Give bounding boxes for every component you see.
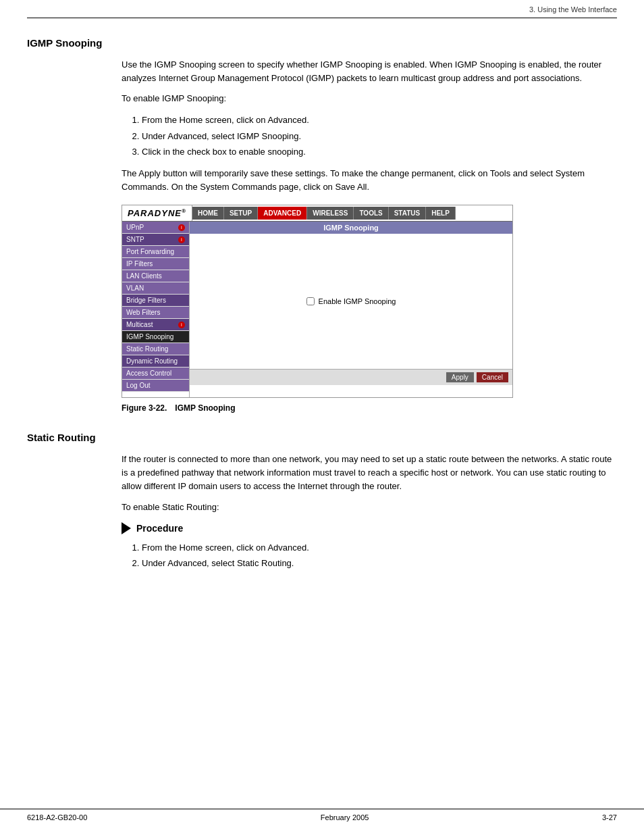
upnp-icon: i [178, 224, 185, 231]
nav-tools[interactable]: TOOLS [354, 207, 388, 220]
igmp-steps: From the Home screen, click on Advanced.… [135, 112, 617, 159]
router-navbar: PARADYNE® HOME SETUP ADVANCED WIRELESS T… [122, 205, 512, 222]
sidebar-static-routing[interactable]: Static Routing [122, 343, 189, 355]
figure-caption-label: Figure 3-22. IGMP Snooping [122, 403, 235, 413]
sidebar-bridge-filters-label: Bridge Filters [126, 297, 166, 304]
igmp-checkbox[interactable] [306, 297, 315, 305]
sidebar-dynamic-routing-label: Dynamic Routing [126, 357, 178, 365]
sidebar-upnp[interactable]: UPnP i [122, 222, 189, 234]
igmp-checkbox-label[interactable]: Enable IGMP Snooping [306, 297, 396, 305]
igmp-step-1: From the Home screen, click on Advanced. [142, 112, 617, 128]
procedure-arrow-icon [122, 522, 131, 534]
sidebar-static-routing-label: Static Routing [126, 345, 168, 353]
nav-status[interactable]: STATUS [389, 207, 427, 220]
footer-right: 3-27 [602, 813, 617, 821]
multicast-icon: i [178, 322, 185, 328]
sidebar-igmp-snooping[interactable]: IGMP Snooping [122, 331, 189, 343]
sidebar-access-control[interactable]: Access Control [122, 368, 189, 380]
sidebar-sntp[interactable]: SNTP i [122, 234, 189, 246]
router-sidebar: UPnP i SNTP i Port Forwarding IP Filters [122, 222, 190, 397]
static-routing-section-title: Static Routing [27, 432, 617, 443]
sidebar-web-filters[interactable]: Web Filters [122, 307, 189, 319]
router-screenshot: PARADYNE® HOME SETUP ADVANCED WIRELESS T… [122, 205, 513, 398]
sidebar-port-forwarding[interactable]: Port Forwarding [122, 246, 189, 258]
sidebar-web-filters-label: Web Filters [126, 309, 160, 316]
sidebar-upnp-label: UPnP [126, 224, 144, 231]
sidebar-bridge-filters[interactable]: Bridge Filters [122, 295, 189, 307]
router-nav-items: HOME SETUP ADVANCED WIRELESS TOOLS STATU… [192, 207, 456, 220]
page-footer: 6218-A2-GB20-00 February 2005 3-27 [0, 809, 644, 821]
cancel-button[interactable]: Cancel [477, 372, 508, 382]
apply-button[interactable]: Apply [446, 372, 474, 382]
igmp-figure-caption: Figure 3-22. IGMP Snooping [122, 403, 617, 413]
sidebar-log-out-label: Log Out [126, 382, 151, 389]
router-body: UPnP i SNTP i Port Forwarding IP Filters [122, 222, 512, 397]
router-footer: Apply Cancel [190, 369, 512, 385]
igmp-section-body: Use the IGMP Snooping screen to specify … [122, 58, 617, 413]
sidebar-multicast-label: Multicast [126, 321, 153, 328]
main-content: IGMP Snooping Use the IGMP Snooping scre… [0, 37, 644, 572]
sntp-icon: i [178, 236, 185, 243]
sidebar-dynamic-routing[interactable]: Dynamic Routing [122, 355, 189, 368]
header-text: 3. Using the Web Interface [529, 5, 617, 14]
sidebar-ip-filters-label: IP Filters [126, 260, 153, 268]
footer-center: February 2005 [321, 813, 369, 821]
sidebar-multicast[interactable]: Multicast i [122, 319, 189, 331]
static-routing-section-body: If the router is connected to more than … [122, 453, 617, 571]
sidebar-sntp-label: SNTP [126, 236, 144, 243]
nav-home[interactable]: HOME [192, 207, 224, 220]
sidebar-lan-clients[interactable]: LAN Clients [122, 270, 189, 282]
procedure-heading: Procedure [122, 522, 617, 534]
router-panel-title: IGMP Snooping [190, 222, 512, 234]
sidebar-ip-filters[interactable]: IP Filters [122, 258, 189, 270]
router-main-panel: IGMP Snooping Enable IGMP Snooping Apply… [190, 222, 512, 397]
igmp-section-title: IGMP Snooping [27, 37, 617, 49]
router-panel-body: Enable IGMP Snooping [190, 234, 512, 369]
igmp-intro: Use the IGMP Snooping screen to specify … [122, 58, 617, 85]
static-routing-steps: From the Home screen, click on Advanced.… [135, 540, 617, 572]
header-rule [27, 18, 617, 18]
sidebar-port-forwarding-label: Port Forwarding [126, 248, 174, 255]
static-routing-intro: If the router is connected to more than … [122, 453, 617, 493]
nav-help[interactable]: HELP [426, 207, 456, 220]
igmp-step-2: Under Advanced, select IGMP Snooping. [142, 128, 617, 144]
sidebar-vlan-label: VLAN [126, 284, 144, 292]
nav-setup[interactable]: SETUP [224, 207, 258, 220]
static-routing-step-1: From the Home screen, click on Advanced. [142, 540, 617, 555]
igmp-apply-note: The Apply button will temporarily save t… [122, 167, 617, 194]
nav-advanced[interactable]: ADVANCED [258, 207, 307, 220]
footer-left: 6218-A2-GB20-00 [27, 813, 87, 821]
sidebar-igmp-snooping-label: IGMP Snooping [126, 333, 173, 340]
sidebar-lan-clients-label: LAN Clients [126, 272, 162, 280]
paradyne-logo-text: PARADYNE® [128, 208, 186, 218]
static-routing-step-2: Under Advanced, select Static Routing. [142, 555, 617, 571]
sidebar-access-control-label: Access Control [126, 370, 171, 377]
nav-wireless[interactable]: WIRELESS [307, 207, 354, 220]
igmp-step-3: Click in the check box to enable snoopin… [142, 144, 617, 159]
sidebar-vlan[interactable]: VLAN [122, 282, 189, 295]
igmp-enable-prompt: To enable IGMP Snooping: [122, 92, 617, 105]
procedure-label: Procedure [136, 523, 183, 534]
page-header: 3. Using the Web Interface [0, 0, 644, 14]
static-routing-enable-prompt: To enable Static Routing: [122, 501, 617, 514]
igmp-checkbox-text: Enable IGMP Snooping [319, 297, 396, 305]
router-logo: PARADYNE® [122, 205, 192, 221]
sidebar-log-out[interactable]: Log Out [122, 380, 189, 392]
